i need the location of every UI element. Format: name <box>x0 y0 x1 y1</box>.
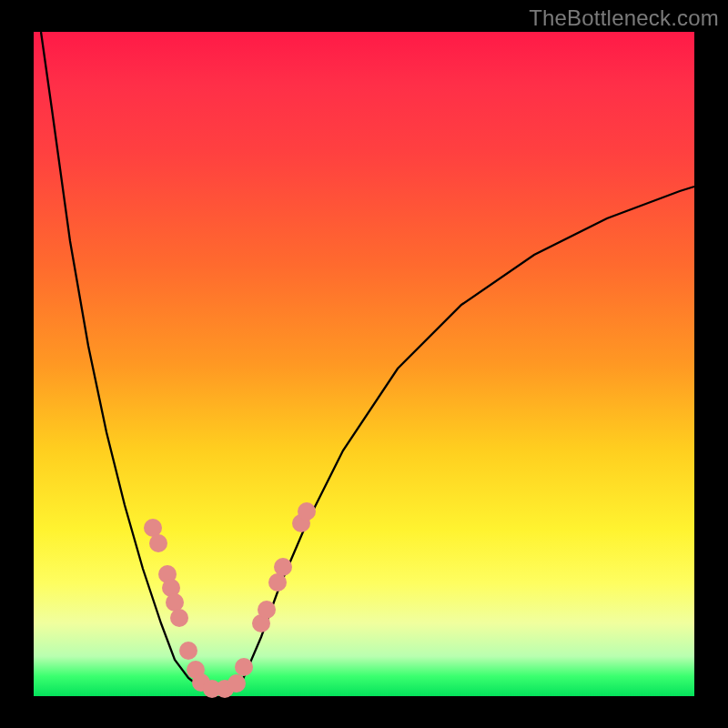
data-dot <box>274 558 292 576</box>
data-dot <box>258 601 276 619</box>
data-dot <box>166 593 184 612</box>
watermark-text: TheBottleneck.com <box>529 5 719 31</box>
chart-svg <box>34 32 694 696</box>
left-curve <box>41 32 207 689</box>
data-dots <box>144 502 316 698</box>
chart-frame: TheBottleneck.com <box>0 0 728 728</box>
data-dot <box>235 658 253 676</box>
plot-area <box>34 32 694 696</box>
data-dot <box>179 642 197 660</box>
data-dot <box>144 519 162 537</box>
data-dot <box>149 534 167 552</box>
data-dot <box>268 573 287 592</box>
right-curve <box>238 187 694 689</box>
data-dot <box>170 609 188 627</box>
data-dot <box>228 674 246 693</box>
data-dot <box>298 502 316 521</box>
